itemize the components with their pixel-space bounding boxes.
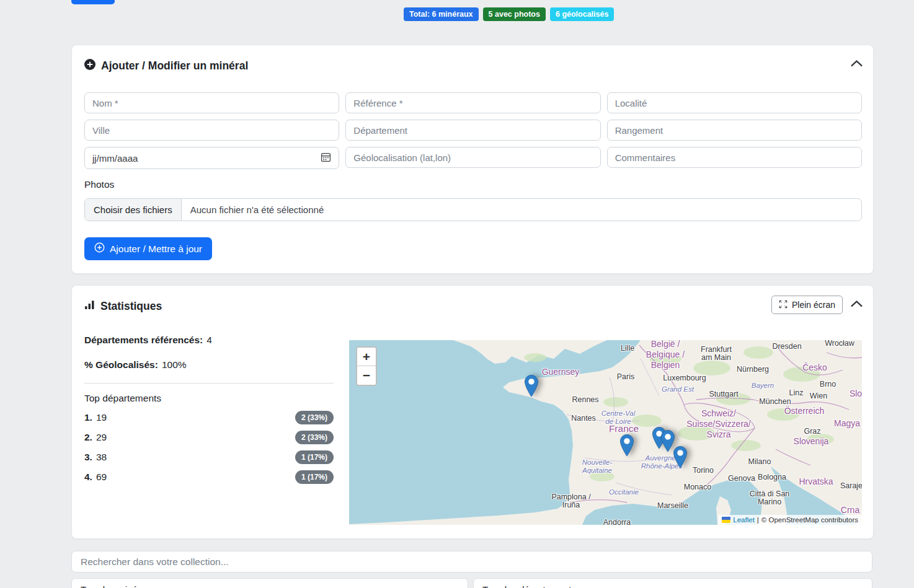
map-land-shapes (349, 340, 862, 525)
count-badge: 2 (33%) (295, 431, 334, 444)
commentaires-field[interactable] (607, 147, 862, 168)
plus-circle-icon (84, 59, 95, 73)
map-marker-pin[interactable] (672, 446, 688, 468)
photos-file-input[interactable]: Choisir des fichiers Aucun fichier n'a é… (84, 198, 862, 221)
top-departement-row: 4.69 1 (17%) (84, 467, 334, 487)
departement-name: 4.69 (84, 472, 107, 483)
mineral-filter-select[interactable]: Tous les minéraux (71, 578, 468, 588)
fullscreen-button-label: Plein écran (792, 300, 835, 310)
top-departement-row: 1.19 2 (33%) (84, 408, 334, 428)
leaflet-map[interactable]: LilleBelgië / Belgique / BelgienFrankfur… (349, 340, 862, 525)
summary-badges: Total: 6 minéraux 5 avec photos 6 géoloc… (404, 7, 614, 21)
chevron-up-icon (850, 301, 863, 310)
submit-button-label: Ajouter / Mettre à jour (110, 244, 202, 255)
search-input[interactable] (71, 551, 872, 573)
calendar-icon[interactable] (321, 152, 331, 164)
stats-card-title: Statistiques (84, 299, 162, 313)
map-attribution: Leaflet | © OpenStreetMap contributors (718, 515, 862, 525)
geolocated-badge: 6 géolocalisés (550, 7, 614, 21)
collapse-stats-card-button[interactable] (849, 298, 864, 310)
chevron-up-icon (850, 60, 863, 69)
departements-referenced-label: Départements référencés: (84, 335, 203, 345)
add-card-title-text: Ajouter / Modifier un minéral (101, 59, 248, 72)
top-departements-list: 1.19 2 (33%) 2.29 2 (33%) 3.38 1 (17%) 4… (84, 408, 334, 487)
geolocalisation-field[interactable] (345, 147, 600, 168)
add-mineral-card: Ajouter / Modifier un minéral jj/mm/aaaa (71, 45, 874, 274)
bar-chart-icon (84, 299, 95, 313)
mineral-filter-value: Tous les minéraux (81, 584, 156, 588)
departements-referenced-value: 4 (206, 335, 212, 345)
geolocated-percent-value: 100% (162, 359, 187, 370)
osm-attribution-text: © OpenStreetMap contributors (761, 516, 858, 524)
photos-label: Photos (84, 179, 114, 190)
ville-field[interactable] (84, 120, 339, 141)
count-badge: 2 (33%) (295, 411, 334, 424)
submit-button[interactable]: Ajouter / Mettre à jour (84, 237, 212, 260)
file-status-text: Aucun fichier n'a été sélectionné (182, 199, 333, 221)
leaflet-link[interactable]: Leaflet (733, 516, 755, 524)
departement-name: 2.29 (84, 432, 107, 443)
chevron-down-icon (450, 584, 459, 588)
collapse-add-card-button[interactable] (849, 58, 864, 70)
stats-card-title-text: Statistiques (100, 300, 162, 313)
map-marker-pin[interactable] (619, 434, 635, 457)
zoom-in-button[interactable]: + (357, 348, 376, 366)
departement-name: 3.38 (84, 452, 107, 463)
total-badge: Total: 6 minéraux (404, 7, 479, 21)
geolocated-percent-label: % Géolocalisés: (84, 359, 158, 370)
departement-filter-value: Tous les départements (482, 584, 576, 588)
count-badge: 1 (17%) (295, 450, 334, 464)
date-field[interactable]: jj/mm/aaaa (84, 147, 339, 169)
chevron-down-icon (854, 584, 863, 588)
map-marker-pin[interactable] (523, 375, 539, 397)
date-field-value: jj/mm/aaaa (92, 153, 138, 164)
top-partial-button[interactable] (71, 0, 115, 4)
departement-field[interactable] (345, 120, 600, 141)
count-badge: 1 (17%) (295, 470, 334, 484)
ukraine-flag-icon (722, 517, 730, 523)
stats-divider (84, 383, 334, 384)
localite-field[interactable] (607, 92, 862, 113)
photos-badge: 5 avec photos (483, 7, 546, 21)
top-departement-row: 2.29 2 (33%) (84, 428, 334, 447)
top-departements-title: Top départements (84, 393, 161, 404)
geolocated-percent-stat: % Géolocalisés:100% (84, 359, 187, 371)
zoom-out-button[interactable]: − (357, 366, 376, 385)
departement-filter-select[interactable]: Tous les départements (473, 578, 872, 588)
rangement-field[interactable] (607, 120, 862, 141)
nom-field[interactable] (84, 92, 339, 113)
mineral-form: jj/mm/aaaa (84, 92, 862, 169)
expand-icon (779, 300, 788, 310)
reference-field[interactable] (345, 92, 600, 113)
departement-name: 1.19 (84, 412, 107, 423)
plus-circle-outline-icon (94, 242, 105, 255)
add-card-title: Ajouter / Modifier un minéral (84, 59, 248, 73)
map-zoom-control: + − (356, 346, 377, 386)
departements-referenced-stat: Départements référencés:4 (84, 335, 212, 346)
attribution-separator: | (757, 516, 759, 524)
fullscreen-button[interactable]: Plein écran (771, 296, 843, 314)
choose-files-button[interactable]: Choisir des fichiers (85, 199, 182, 221)
statistics-card: Statistiques Plein écran Départements ré… (71, 285, 874, 539)
top-departement-row: 3.38 1 (17%) (84, 447, 334, 467)
app-canvas: Total: 6 minéraux 5 avec photos 6 géoloc… (0, 0, 914, 588)
